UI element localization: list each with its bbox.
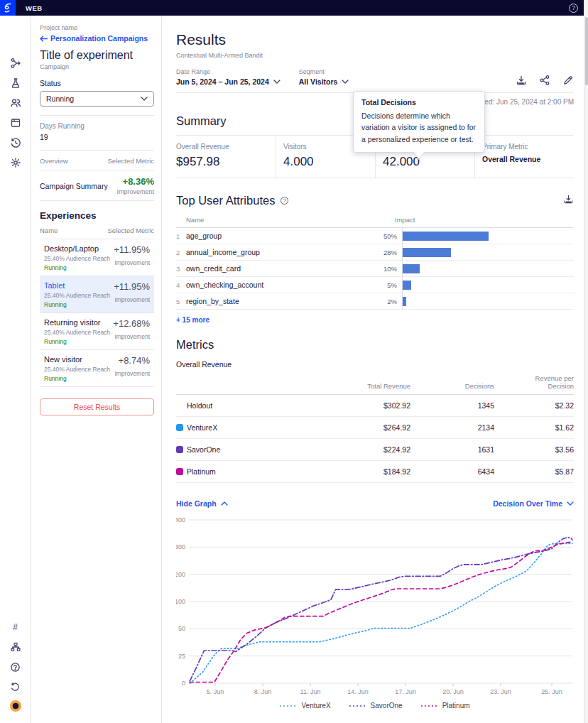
campaign-summary-row[interactable]: Campaign Summary +8.36% Improvement (40, 170, 154, 201)
edit-pencil-icon[interactable] (562, 75, 574, 86)
help-icon[interactable]: ? (569, 4, 578, 13)
experience-row[interactable]: Tablet25.40% Audience ReachRunning+11.95… (40, 276, 154, 312)
decisions-cell: 6434 (410, 467, 494, 476)
decisions-cell: 2134 (410, 423, 494, 432)
decisions-cell: 1631 (410, 445, 494, 454)
attribute-impact-bar (403, 232, 489, 241)
total-revenue-cell: $302.92 (318, 401, 410, 410)
flow-split-icon[interactable] (9, 57, 22, 70)
revenue-per-decision-cell: $2.32 (494, 401, 574, 410)
experience-info: Desktop/Laptop25.40% Audience ReachRunni… (44, 244, 110, 271)
x-axis-label: 8. Jun (254, 688, 272, 695)
summary-stat-value: 4.000 (283, 155, 375, 169)
campaign-summary-metric-sub: Improvement (116, 188, 154, 195)
attribute-row[interactable]: 1age_group50% (176, 228, 574, 244)
experience-name: Tablet (44, 281, 110, 290)
variation-cell: Holdout (176, 401, 318, 410)
variation-cell: Platinum (176, 467, 318, 476)
days-running-label: Days Running (40, 122, 154, 130)
selected-metric-column-label: Selected Metric (108, 157, 154, 165)
legend-line-sample (280, 704, 297, 708)
settings-gear-icon[interactable] (9, 156, 22, 169)
attribute-name: region_by_state (186, 297, 239, 305)
legend-item[interactable]: SavorOne (349, 702, 403, 710)
tooltip-title: Total Decisions (361, 98, 477, 107)
help-circle-icon[interactable] (9, 661, 22, 673)
metrics-row[interactable]: VentureX$264.922134$1.62 (176, 417, 574, 439)
metrics-col-header: Total Revenue (318, 382, 410, 390)
variation-name: Platinum (187, 467, 216, 476)
experiences-heading: Experiences (40, 210, 154, 221)
hash-icon[interactable]: # (9, 621, 22, 634)
flask-icon[interactable] (9, 77, 22, 89)
experience-reach: 25.40% Audience Reach (44, 292, 110, 299)
scrollbar-thumb[interactable] (585, 17, 588, 85)
variation-color-swatch (176, 468, 183, 475)
user-avatar[interactable] (10, 700, 21, 712)
experience-row[interactable]: Desktop/Laptop25.40% Audience ReachRunni… (40, 239, 154, 276)
attribute-impact-bar-zone (402, 277, 574, 293)
chart-legend: VentureXSavorOnePlatinum (176, 702, 574, 710)
legend-label: SavorOne (371, 702, 403, 710)
decisions-cell: 1345 (410, 401, 494, 410)
page-scrollbar[interactable] (584, 0, 588, 723)
attribute-impact-bar (403, 264, 420, 273)
hide-graph-link[interactable]: Hide Graph (176, 499, 228, 508)
history-icon[interactable] (9, 136, 22, 149)
pages-icon[interactable] (9, 116, 22, 129)
series-line-savorone (190, 538, 572, 681)
attribute-name: annual_income_group (186, 248, 260, 256)
decisions-chart: 025501002003004005. Jun8. Jun11. Jun14. … (176, 511, 574, 700)
graph-mode-label: Decision Over Time (493, 499, 562, 508)
attribute-row[interactable]: 4own_checking_account5% (176, 277, 574, 293)
segment-select[interactable]: All Visitors (299, 77, 349, 86)
experience-info: Tablet25.40% Audience ReachRunning (44, 281, 110, 308)
experience-metric: +12.68%Improvement (113, 318, 150, 345)
audiences-icon[interactable] (9, 97, 22, 109)
graph-mode-select[interactable]: Decision Over Time (493, 499, 574, 508)
metrics-row[interactable]: SavorOne$224.921631$3.56 (176, 439, 574, 461)
summary-stat-label-text: Overall Revenue (176, 143, 229, 151)
attribute-row[interactable]: 2annual_income_group28% (176, 244, 574, 261)
experience-status: Running (44, 375, 110, 382)
reset-results-button[interactable]: Reset Results (40, 398, 154, 415)
variation-name: VentureX (187, 423, 217, 432)
attributes-download-icon[interactable] (563, 194, 574, 205)
attributes-help-icon[interactable]: ? (281, 197, 288, 205)
optimizely-logo-icon[interactable] (0, 0, 16, 16)
show-more-attributes-link[interactable]: + 15 more (176, 316, 574, 324)
experience-metric-value: +8.74% (114, 355, 150, 366)
metrics-row[interactable]: Holdout$302.921345$2.32 (176, 395, 574, 417)
back-to-campaigns-link[interactable]: Personalization Campaigns (40, 34, 154, 43)
undo-icon[interactable] (9, 680, 22, 693)
total-revenue-cell: $264.92 (318, 423, 410, 432)
experience-metric-sub: Improvement (114, 296, 150, 303)
attributes-col-impact: Impact (395, 216, 574, 224)
date-range-select[interactable]: Jun 5, 2024 – Jun 25, 2024 (176, 77, 281, 86)
summary-stat-label-text: Primary Metric (482, 143, 528, 151)
experience-metric-sub: Improvement (114, 259, 150, 266)
download-icon[interactable] (516, 75, 527, 86)
legend-item[interactable]: Platinum (421, 702, 470, 710)
campaign-summary-metric: +8.36% (116, 176, 154, 187)
x-axis-label: 25. Jun (541, 688, 562, 695)
attribute-impact-value: 50% (378, 232, 402, 240)
attribute-row[interactable]: 5region_by_state2% (176, 293, 574, 310)
attribute-row[interactable]: 3own_credit_card10% (176, 261, 574, 277)
experience-metric-value: +12.68% (113, 318, 150, 329)
back-link-label: Personalization Campaigns (50, 34, 148, 43)
metrics-row[interactable]: Platinum$184.926434$5.87 (176, 461, 574, 483)
experience-metric: +8.74%Improvement (114, 355, 150, 382)
campaign-summary-label: Campaign Summary (40, 182, 108, 190)
experience-info: Returning visitor25.40% Audience ReachRu… (44, 318, 110, 345)
experience-metric-value: +11.95% (114, 281, 150, 292)
page-title: Results (176, 31, 574, 48)
legend-item[interactable]: VentureX (280, 702, 330, 710)
experience-row[interactable]: New visitor25.40% Audience ReachRunning+… (40, 349, 154, 387)
share-icon[interactable] (539, 75, 550, 86)
attributes-col-name: Name (186, 216, 204, 224)
org-tree-icon[interactable] (9, 641, 22, 653)
summary-stat: Primary MetricOverall Revenue (474, 136, 574, 178)
status-select[interactable]: Running (40, 91, 154, 107)
experience-row[interactable]: Returning visitor25.40% Audience ReachRu… (40, 312, 154, 349)
